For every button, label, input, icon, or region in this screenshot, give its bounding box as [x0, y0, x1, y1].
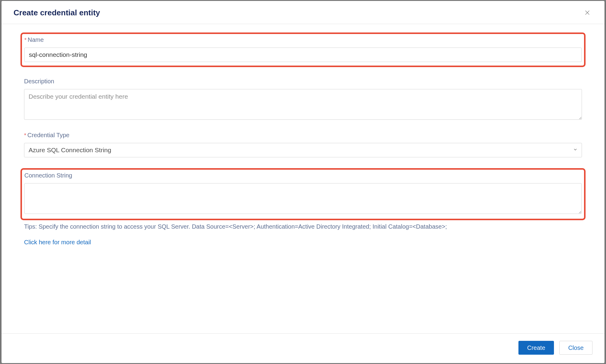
name-label: *Name: [24, 36, 582, 43]
required-mark: *: [24, 37, 26, 43]
credential-type-selected: Azure SQL Connection String: [29, 147, 111, 154]
connection-string-input[interactable]: [24, 183, 582, 214]
credential-type-group: *Credential Type Azure SQL Connection St…: [24, 132, 582, 157]
modal-body: *Name Description *Credential Type Azure…: [2, 24, 604, 333]
create-credential-modal: Create credential entity *Name Descripti…: [2, 1, 604, 363]
create-button[interactable]: Create: [518, 341, 554, 355]
name-input[interactable]: [24, 48, 582, 62]
more-detail-link[interactable]: Click here for more detail: [24, 239, 91, 246]
name-highlight-box: *Name: [20, 32, 586, 67]
connection-string-highlight-box: Connection String: [20, 168, 586, 220]
required-mark: *: [24, 132, 26, 138]
credential-type-label: *Credential Type: [24, 132, 582, 139]
close-icon: [584, 9, 591, 16]
modal-footer: Create Close: [2, 333, 604, 363]
close-icon-button[interactable]: [582, 8, 592, 18]
description-group: Description: [24, 78, 582, 121]
description-input[interactable]: [24, 89, 582, 120]
modal-title: Create credential entity: [14, 8, 100, 17]
tips-text: Tips: Specify the connection string to a…: [24, 222, 582, 231]
modal-header: Create credential entity: [2, 1, 604, 24]
connection-string-label: Connection String: [24, 172, 582, 179]
description-label: Description: [24, 78, 582, 85]
close-button[interactable]: Close: [559, 341, 592, 355]
credential-type-select[interactable]: Azure SQL Connection String: [24, 143, 582, 157]
